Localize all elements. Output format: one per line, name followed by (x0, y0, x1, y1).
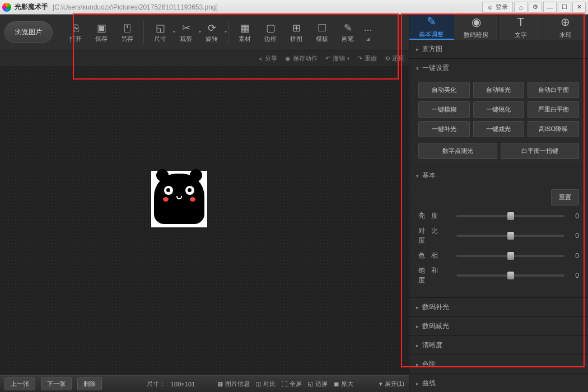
section-清晰度[interactable]: 清晰度 (409, 336, 588, 354)
tool-label: 模板 (316, 35, 328, 43)
close-icon[interactable]: ✕ (572, 2, 586, 13)
tab-icon: ⊕ (561, 15, 570, 29)
tab-label: 文字 (515, 31, 527, 39)
fullscreen-button[interactable]: ⛶ 全屏 (281, 380, 302, 388)
undo-button[interactable]: ↶撤销▾ (325, 54, 349, 63)
preset-高ISO降噪[interactable]: 高ISO降噪 (528, 121, 579, 137)
slider-track[interactable] (456, 215, 564, 217)
tool-label: 画笔 (342, 35, 354, 43)
info-label: 图片信息 (225, 380, 250, 388)
tool-边框[interactable]: ▢边框 (259, 18, 282, 47)
camera-icon: ◉ (285, 55, 291, 62)
original-size-button[interactable]: ▣ 原大 (333, 380, 353, 388)
tool-保存[interactable]: ▣保存 (90, 18, 113, 47)
tab-基本调整[interactable]: ✎基本调整 (409, 15, 454, 40)
preset-数字点测光[interactable]: 数字点测光 (418, 143, 497, 159)
preset-一键锐化[interactable]: 一键锐化 (473, 101, 525, 118)
preset-白平衡一指键[interactable]: 白平衡一指键 (501, 143, 580, 159)
app-title: 光影魔术手 (15, 2, 48, 12)
slider-value: 0 (569, 232, 579, 240)
delete-button[interactable]: 删除 (77, 377, 102, 390)
tool-icon: ⍞ (124, 21, 130, 35)
tool-模板[interactable]: ☐模板 (310, 18, 334, 47)
image-preview[interactable] (151, 171, 207, 227)
tab-label: 基本调整 (419, 30, 444, 39)
tool-label: 打开 (69, 35, 82, 43)
share-button[interactable]: <分享 (259, 54, 277, 63)
tool-素材[interactable]: ▦素材 (233, 18, 256, 47)
slider-track[interactable] (456, 255, 564, 257)
canvas-area[interactable] (0, 67, 409, 375)
tab-label: 数码暗房 (464, 31, 488, 39)
slider-track[interactable] (456, 235, 564, 237)
tab-数码暗房[interactable]: ◉数码暗房 (454, 15, 499, 40)
reset-button[interactable]: 重置 (551, 189, 579, 206)
right-panel: ✎基本调整◉数码暗房T文字⊕水印 直方图 一键设置 自动美化自动曝光自动白平衡一… (409, 15, 588, 392)
section-数码补光[interactable]: 数码补光 (409, 298, 588, 316)
tool-另存[interactable]: ⍞另存 (115, 18, 139, 47)
tool-label: 拼图 (290, 35, 302, 43)
slider-thumb[interactable] (507, 232, 514, 240)
settings-icon[interactable]: ⚙ (529, 2, 542, 13)
preset-一键减光[interactable]: 一键减光 (473, 121, 525, 137)
expand-label: 展开(1) (385, 380, 404, 388)
section-basic[interactable]: 基本 (409, 166, 588, 185)
app-logo-icon (2, 3, 11, 12)
file-path: [C:\Users\kunduozx\Pictures\201752610111… (53, 3, 482, 11)
compare-button[interactable]: ◫ 对比 (255, 380, 276, 388)
preset-一键模糊[interactable]: 一键模糊 (418, 101, 470, 118)
maximize-icon[interactable]: ☐ (558, 2, 571, 13)
secondary-toolbar: <分享 ◉保存动作 ↶撤销▾ ↷重做 ⟲还原 (0, 50, 409, 67)
titlebar: 光影魔术手 [C:\Users\kunduozx\Pictures\201752… (0, 0, 588, 15)
browse-button[interactable]: 浏览图片 (4, 21, 53, 43)
restore-icon: ⟲ (385, 55, 390, 62)
tool-画笔[interactable]: ✎画笔 (336, 18, 360, 47)
slider-track[interactable] (456, 274, 564, 277)
save-action-label: 保存动作 (293, 54, 318, 63)
tool-icon: ✎ (344, 21, 352, 35)
preset-自动曝光[interactable]: 自动曝光 (473, 82, 525, 98)
tool-尺寸[interactable]: ◱尺寸 (148, 18, 172, 47)
right-panel-tabs: ✎基本调整◉数码暗房T文字⊕水印 (409, 15, 588, 40)
next-image-button[interactable]: 下一张 (41, 377, 72, 390)
slider-thumb[interactable] (507, 252, 514, 260)
section-数码减光[interactable]: 数码减光 (409, 317, 588, 335)
fit-screen-button[interactable]: ◱ 适屏 (307, 380, 328, 388)
preset-自动美化[interactable]: 自动美化 (418, 82, 470, 98)
section-曲线[interactable]: 曲线 (409, 374, 588, 392)
tool-拼图[interactable]: ⊞拼图 (284, 18, 308, 47)
status-bar: 上一张 下一张 删除 尺寸： 100×101 ▦ 图片信息 ◫ 对比 ⛶ 全屏 … (0, 375, 409, 392)
preset-自动白平衡[interactable]: 自动白平衡 (528, 82, 579, 98)
tool-icon: ▣ (97, 21, 106, 35)
share-icon: < (259, 55, 263, 62)
slider-thumb[interactable] (507, 272, 514, 279)
section-histogram[interactable]: 直方图 (409, 40, 588, 58)
prev-image-button[interactable]: 上一张 (4, 377, 35, 390)
minimize-icon[interactable]: — (543, 2, 557, 13)
restore-button[interactable]: ⟲还原 (385, 54, 404, 63)
tool-打开[interactable]: ⎘打开 (64, 18, 87, 47)
save-action-button[interactable]: ◉保存动作 (285, 54, 318, 63)
more-tools-button[interactable]: ··· ◢ (360, 18, 376, 47)
slider-label: 饱 和 度 (418, 266, 452, 285)
section-oneclick[interactable]: 一键设置 (409, 59, 588, 77)
preset-一键补光[interactable]: 一键补光 (418, 121, 470, 137)
slider-thumb[interactable] (507, 212, 514, 220)
section-色阶[interactable]: 色阶 (409, 355, 588, 374)
share-label: 分享 (265, 54, 277, 63)
size-label: 尺寸： (147, 380, 165, 388)
tab-文字[interactable]: T文字 (499, 15, 544, 40)
tool-label: 素材 (239, 35, 251, 43)
tab-水印[interactable]: ⊕水印 (543, 15, 588, 40)
undo-label: 撤销 (333, 54, 345, 63)
tool-裁剪[interactable]: ✂裁剪 (174, 18, 198, 47)
fit-label: 适屏 (315, 380, 328, 388)
expand-button[interactable]: ▾ 展开(1) (379, 380, 404, 388)
tool-旋转[interactable]: ⟳旋转 (200, 18, 223, 47)
login-button[interactable]: ☺ 登录 (482, 2, 513, 13)
home-icon[interactable]: ⌂ (514, 2, 528, 13)
preset-严重白平衡[interactable]: 严重白平衡 (528, 101, 579, 118)
orig-label: 原大 (341, 380, 353, 388)
image-info-button[interactable]: ▦ 图片信息 (217, 380, 250, 388)
redo-button[interactable]: ↷重做 (357, 54, 377, 63)
